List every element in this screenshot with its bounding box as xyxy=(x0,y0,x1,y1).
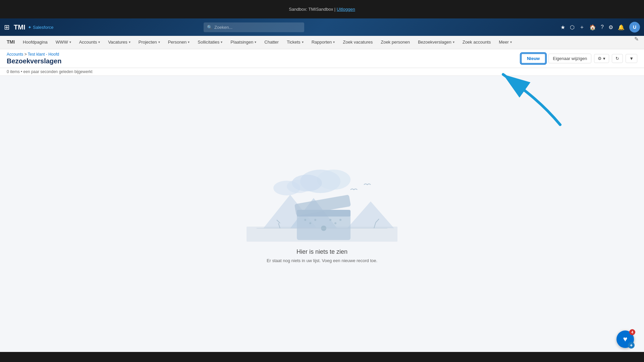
tab-bar: TMI Hoofdpagina WWW▾ Accounts▾ Vacatures… xyxy=(0,36,644,49)
tab-sollicitaties[interactable]: Sollicitaties▾ xyxy=(194,36,226,49)
tab-projecten[interactable]: Projecten▾ xyxy=(135,36,164,49)
home-icon[interactable]: 🏠 xyxy=(589,24,596,31)
page-title: Bezoekverslagen xyxy=(7,57,61,65)
tab-label: Bezoekverslagen xyxy=(418,40,451,45)
breadcrumb: Accounts > Test klant - Hoofd xyxy=(7,52,61,57)
waffle-icon[interactable]: ⬡ xyxy=(570,24,575,31)
avatar[interactable]: U xyxy=(629,22,640,33)
svg-point-14 xyxy=(304,219,306,221)
svg-point-5 xyxy=(287,180,310,193)
help-icon[interactable]: ? xyxy=(601,24,604,30)
grid-icon[interactable]: ⊞ xyxy=(4,23,10,31)
tab-label: Plaatsingen xyxy=(230,40,253,45)
empty-state-subtitle: Er staat nog niets in uw lijst. Voeg een… xyxy=(267,258,377,263)
chevron-down-icon: ▾ xyxy=(510,40,512,44)
tab-vacatures[interactable]: Vacatures▾ xyxy=(104,36,135,49)
chevron-down-icon: ▾ xyxy=(603,56,605,61)
chevron-down-icon: ▾ xyxy=(129,40,130,44)
tab-label: Tickets xyxy=(287,40,301,45)
tab-label: TMI xyxy=(7,39,15,45)
tab-label: Zoek vacatures xyxy=(343,40,373,45)
filter-button[interactable]: ▼ xyxy=(626,54,637,63)
tab-label: Meer xyxy=(499,40,509,45)
tab-personen[interactable]: Personen▾ xyxy=(164,36,194,49)
tab-label: Hoofdpagina xyxy=(23,40,48,45)
tab-label: Zoek accounts xyxy=(463,40,491,45)
avatar-initials: U xyxy=(633,24,636,30)
tab-label: Projecten xyxy=(139,40,157,45)
floating-help-button[interactable]: 4 ♥ + xyxy=(616,330,634,348)
tab-zoek-accounts[interactable]: Zoek accounts xyxy=(459,36,495,49)
svg-point-17 xyxy=(329,219,331,221)
app-logo: TMI ✦ Salesforce xyxy=(14,23,74,31)
chevron-down-icon: ▾ xyxy=(158,40,160,44)
page-header-left: Accounts > Test klant - Hoofd Bezoekvers… xyxy=(7,52,61,65)
search-bar: 🔍 xyxy=(204,22,304,32)
chevron-down-icon: ▾ xyxy=(255,40,256,44)
chevron-down-icon: ▾ xyxy=(98,40,100,44)
edit-tabs-icon[interactable]: ✎ xyxy=(632,36,641,49)
add-icon[interactable]: ＋ xyxy=(579,24,585,31)
chevron-down-icon: ▾ xyxy=(188,40,190,44)
svg-point-15 xyxy=(309,222,311,224)
tab-label: Chatter xyxy=(264,40,279,45)
status-text: 0 items • een paar seconden geleden bijg… xyxy=(7,69,93,74)
refresh-icon: ↻ xyxy=(615,56,619,61)
settings-button[interactable]: ⚙ ▾ xyxy=(594,54,609,63)
logout-link[interactable]: Uitloggen xyxy=(337,7,355,12)
floating-badge: 4 xyxy=(629,329,635,335)
sandbox-label: Sandbox: TMISandbox | xyxy=(289,7,335,12)
filter-icon: ▼ xyxy=(629,56,634,61)
tab-plaatsingen[interactable]: Plaatsingen▾ xyxy=(226,36,260,49)
content-area: Accounts > Test klant - Hoofd Bezoekvers… xyxy=(0,49,644,352)
empty-illustration xyxy=(247,161,397,242)
tab-bezoekverslagen[interactable]: Bezoekverslagen▾ xyxy=(414,36,459,49)
chevron-down-icon: ▾ xyxy=(221,40,222,44)
tab-zoek-personen[interactable]: Zoek personen xyxy=(377,36,414,49)
tab-meer[interactable]: Meer▾ xyxy=(495,36,516,49)
search-icon: 🔍 xyxy=(207,25,212,30)
notifications-icon[interactable]: 🔔 xyxy=(618,24,625,31)
tab-rapporten[interactable]: Rapporten▾ xyxy=(308,36,339,49)
breadcrumb-separator: > xyxy=(23,52,28,57)
chevron-down-icon: ▾ xyxy=(333,40,335,44)
chevron-down-icon: ▾ xyxy=(302,40,304,44)
setup-icon[interactable]: ⚙ xyxy=(608,24,613,31)
tab-chatter[interactable]: Chatter xyxy=(260,36,283,49)
tab-label: WWW xyxy=(56,40,68,45)
tab-accounts[interactable]: Accounts▾ xyxy=(75,36,104,49)
arrow-annotation xyxy=(476,64,577,133)
breadcrumb-accounts[interactable]: Accounts xyxy=(7,52,23,57)
search-input[interactable] xyxy=(204,22,304,32)
add-record-icon: + xyxy=(628,342,635,349)
heart-icon: ♥ xyxy=(623,335,627,344)
svg-marker-8 xyxy=(347,201,394,228)
breadcrumb-testklant[interactable]: Test klant - Hoofd xyxy=(28,52,59,57)
sf-label: ✦ Salesforce xyxy=(28,25,53,30)
tab-label: Vacatures xyxy=(108,40,127,45)
gear-icon: ⚙ xyxy=(598,56,602,61)
empty-state-title: Hier is niets te zien xyxy=(297,248,347,255)
top-bar: Sandbox: TMISandbox | Uitloggen xyxy=(0,0,644,18)
tab-tmi[interactable]: TMI xyxy=(3,36,19,49)
refresh-button[interactable]: ↻ xyxy=(612,54,623,63)
nav-icons: ★ ⬡ ＋ 🏠 ? ⚙ 🔔 U xyxy=(560,22,640,33)
tab-label: Accounts xyxy=(79,40,97,45)
favorites-icon[interactable]: ★ xyxy=(560,24,565,31)
sandbox-text: Sandbox: TMISandbox | Uitloggen xyxy=(289,7,355,12)
svg-point-16 xyxy=(314,219,316,221)
nav-bar: ⊞ TMI ✦ Salesforce 🔍 ★ ⬡ ＋ 🏠 ? ⚙ 🔔 U xyxy=(0,18,644,36)
bottom-bar xyxy=(0,352,644,362)
svg-point-18 xyxy=(334,222,336,224)
eigenaar-button[interactable]: Eigenaar wijzigen xyxy=(548,54,591,63)
tab-zoek-vacatures[interactable]: Zoek vacatures xyxy=(339,36,377,49)
page-header-right: Nieuw Eigenaar wijzigen ⚙ ▾ ↻ ▼ xyxy=(521,53,637,64)
tab-hoofdpagina[interactable]: Hoofdpagina xyxy=(19,36,52,49)
tab-www[interactable]: WWW▾ xyxy=(52,36,75,49)
chevron-down-icon: ▾ xyxy=(453,40,454,44)
tab-label: Sollicitaties xyxy=(198,40,219,45)
svg-point-19 xyxy=(339,219,341,221)
new-button[interactable]: Nieuw xyxy=(521,53,546,64)
tab-label: Zoek personen xyxy=(381,40,410,45)
tab-tickets[interactable]: Tickets▾ xyxy=(283,36,308,49)
